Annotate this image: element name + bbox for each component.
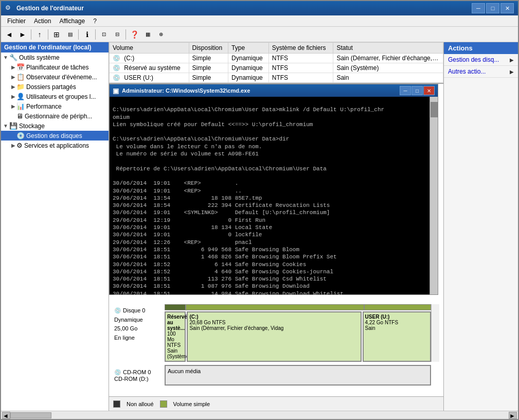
hscroll-thumb[interactable] xyxy=(10,412,51,418)
gd-icon: 💿 xyxy=(16,132,25,139)
cell-volume-2: 💿 USER (U:) xyxy=(110,73,189,83)
disk0-status: En ligne xyxy=(114,334,164,343)
sidebar-item-gestionnaire[interactable]: ▶ 🖥 Gestionnaire de périph... xyxy=(1,111,109,121)
tree-header: Gestion de l'ordinateur (local) xyxy=(1,42,109,52)
cell-type-0: Dynamique xyxy=(228,54,269,63)
cell-volume-0: 💿 (C:) xyxy=(110,54,189,63)
disk-icon-2: 💿 xyxy=(113,74,120,81)
left-panel: Gestion de l'ordinateur (local) ▼ 🔧 Outi… xyxy=(1,42,109,411)
sidebar-item-outils-systeme[interactable]: ▼ 🔧 Outils système xyxy=(1,52,109,62)
part-c-status: Sain (Démarrer, Fichier d'échange, Vidag xyxy=(189,325,359,331)
arrow-doss: ▶ xyxy=(11,84,15,90)
arrow-perf: ▶ xyxy=(11,103,15,109)
serv-icon: ⚙ xyxy=(16,142,23,149)
toolbar-separator-2 xyxy=(48,29,48,40)
hscroll-right[interactable]: ► xyxy=(509,412,517,419)
cell-status-2: Sain xyxy=(333,73,443,83)
disk0-parts: Réservé au systè... 100 Mo NTFS Sain (Sy… xyxy=(165,311,431,362)
col-statut: Statut xyxy=(333,43,443,54)
arrow-obs: ▶ xyxy=(11,74,15,80)
tree-header-label: Gestion de l'ordinateur (local) xyxy=(4,44,92,51)
disk0-bar-reserved xyxy=(165,304,186,310)
sidebar-item-observateur[interactable]: ▶ 📋 Observateur d'événeme... xyxy=(1,72,109,82)
disk0-part-c[interactable]: (C:) 20,68 Go NTFS Sain (Démarrer, Fichi… xyxy=(187,311,361,362)
cmd-titlebar: ▣ Administrateur: C:\Windows\System32\cm… xyxy=(110,84,438,97)
cell-fs-1: NTFS xyxy=(269,63,333,73)
sidebar-item-stockage[interactable]: ▼ 💾 Stockage xyxy=(1,121,109,131)
part-reserved-status: Sain (Système) xyxy=(167,348,183,359)
snap-button[interactable]: ⊟ xyxy=(111,28,123,41)
part-reserved-title: Réservé au systè... xyxy=(167,314,183,331)
cdrom-drive: CD-ROM (D:) xyxy=(114,376,164,382)
maximize-button[interactable]: □ xyxy=(486,3,499,13)
actions-gestion-disques[interactable]: Gestion des disq... ▶ xyxy=(444,54,518,66)
cell-fs-0: NTFS xyxy=(269,54,333,63)
disk0-label: 💿 Disque 0 Dynamique 25,00 Go En ligne xyxy=(113,304,165,362)
window-controls: ─ □ ✕ xyxy=(472,3,514,13)
forward-button[interactable]: ► xyxy=(16,28,29,41)
part-user-status: Sain xyxy=(365,325,428,331)
hscroll-track xyxy=(10,412,509,419)
outils-label: Outils système xyxy=(19,54,60,61)
title-bar: ⚙ Gestion de l'ordinateur ─ □ ✕ xyxy=(1,1,518,15)
close-button[interactable]: ✕ xyxy=(500,3,514,13)
sidebar-item-dossiers[interactable]: ▶ 📁 Dossiers partagés xyxy=(1,82,109,92)
cell-volume-1: 💿 Réservé au système xyxy=(110,63,189,73)
info-button[interactable]: ℹ xyxy=(81,28,93,41)
menu-fichier[interactable]: Fichier xyxy=(3,16,30,26)
disk0-colorbar xyxy=(165,304,431,310)
doss-label: Dossiers partagés xyxy=(26,83,76,91)
cmd-close[interactable]: ✕ xyxy=(423,86,435,95)
minimize-button[interactable]: ─ xyxy=(472,3,485,13)
bottom-scrollbar[interactable]: ◄ ► xyxy=(1,411,518,419)
sidebar-item-gestion-disques[interactable]: ▶ 💿 Gestion des disques xyxy=(1,131,109,141)
cmd-maximize[interactable]: □ xyxy=(411,86,423,95)
table-row[interactable]: 💿 Réservé au système Simple Dynamique NT… xyxy=(110,63,443,73)
disk0-part-user[interactable]: USER (U:) 4,22 Go NTFS Sain xyxy=(363,311,431,362)
sidebar-item-planificateur[interactable]: ▶ 📅 Planificateur de tâches xyxy=(1,62,109,72)
disk0-part-reserved[interactable]: Réservé au systè... 100 Mo NTFS Sain (Sy… xyxy=(165,311,186,362)
export-button[interactable]: ⊡ xyxy=(98,28,110,41)
legend-simple-box xyxy=(160,400,167,408)
sidebar-item-performance[interactable]: ▶ 📊 Performance xyxy=(1,101,109,111)
disk0-container: 💿 Disque 0 Dynamique 25,00 Go En ligne xyxy=(113,304,439,362)
cell-status-0: Sain (Démarrer, Fichier d'échange, Vidag… xyxy=(333,54,443,63)
show-hide-button[interactable]: ⊞ xyxy=(50,28,63,41)
disk0-bar-user xyxy=(364,304,431,310)
stock-label: Stockage xyxy=(19,122,45,130)
obs-label: Observateur d'événeme... xyxy=(26,74,97,81)
cdrom-icon-label: 💿 CD-ROM 0 xyxy=(114,369,164,376)
toolbar-separator-5 xyxy=(126,29,126,40)
legend-bar: Non alloué Volume simple xyxy=(109,396,443,411)
tree-button[interactable]: ▤ xyxy=(64,28,76,41)
back-button[interactable]: ◄ xyxy=(3,28,15,41)
cell-type-2: Dynamique xyxy=(228,73,269,83)
extra1-button[interactable]: ▦ xyxy=(141,28,154,41)
sidebar-item-utilisateurs[interactable]: ▶ 👤 Utilisateurs et groupes l... xyxy=(1,92,109,101)
actions-autres[interactable]: Autres actio... ▶ xyxy=(444,66,518,78)
part-user-detail: 4,22 Go NTFS xyxy=(365,320,428,325)
gest-label: Gestionnaire de périph... xyxy=(25,113,92,120)
disk0-size: 25,00 Go xyxy=(114,324,164,334)
cmd-scrollbar[interactable] xyxy=(429,97,438,294)
arrow-util: ▶ xyxy=(11,94,15,99)
menu-help[interactable]: ? xyxy=(89,16,101,26)
table-row[interactable]: 💿 USER (U:) Simple Dynamique NTFS Sain xyxy=(110,73,443,83)
menu-affichage[interactable]: Affichage xyxy=(55,16,89,26)
arrow-stock: ▼ xyxy=(3,123,8,129)
scrollbar-thumb[interactable] xyxy=(431,102,438,117)
cdrom-status: Aucun média xyxy=(168,368,201,374)
cmd-minimize[interactable]: ─ xyxy=(400,86,411,95)
help-button[interactable]: ❓ xyxy=(128,28,140,41)
cell-disp-1: Simple xyxy=(189,63,228,73)
cdrom-label: 💿 CD-ROM 0 CD-ROM (D:) xyxy=(113,367,165,384)
cell-status-1: Sain (Système) xyxy=(333,63,443,73)
disk-right-scrollbar[interactable] xyxy=(431,304,439,362)
cmd-icon: ▣ xyxy=(113,87,119,95)
menu-action[interactable]: Action xyxy=(30,16,55,26)
sidebar-item-services[interactable]: ▶ ⚙ Services et applications xyxy=(1,141,109,150)
table-row[interactable]: 💿 (C:) Simple Dynamique NTFS Sain (Démar… xyxy=(110,54,443,63)
extra2-button[interactable]: ⊕ xyxy=(155,28,167,41)
hscroll-left[interactable]: ◄ xyxy=(2,412,10,419)
up-button[interactable]: ↑ xyxy=(33,28,46,41)
